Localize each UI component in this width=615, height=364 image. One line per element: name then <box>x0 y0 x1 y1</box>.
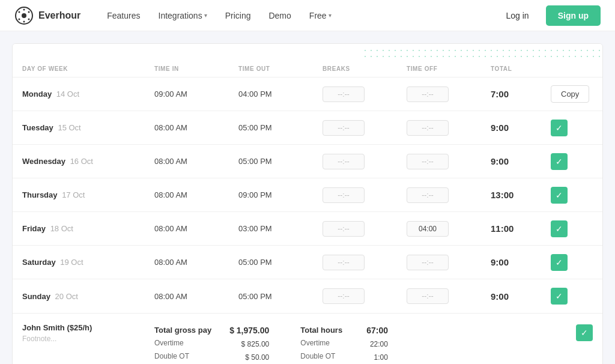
summary-check-button[interactable]: ✓ <box>576 324 593 341</box>
breaks-value[interactable]: --:-- <box>323 221 407 237</box>
check-button[interactable]: ✓ <box>551 153 568 170</box>
day-name: Friday <box>22 224 46 233</box>
day-label: Wednesday 16 Oct <box>22 157 154 166</box>
summary-check-area: ✓ <box>447 323 593 341</box>
total-value: 9:00 <box>491 156 551 166</box>
day-date: 17 Oct <box>62 190 85 199</box>
total-value: 13:00 <box>491 190 551 200</box>
total-value: 7:00 <box>491 89 551 99</box>
table-row: Saturday 19 Oct 08:00 AM 05:00 PM --:-- … <box>13 246 602 279</box>
time-in-value: 08:00 AM <box>154 258 238 267</box>
hours-values: 67:00 22:00 1:00 4:00 <box>366 323 388 364</box>
hours-labels: Total hours Overtime Double OT Time off <box>300 323 342 364</box>
row-action[interactable]: ✓ <box>551 120 599 136</box>
breaks-value[interactable]: --:-- <box>323 120 407 136</box>
nav-free[interactable]: Free ▾ <box>302 6 339 25</box>
time-out-value: 05:00 PM <box>238 292 323 301</box>
breaks-value[interactable]: --:-- <box>323 288 407 304</box>
day-name: Wednesday <box>22 157 65 166</box>
check-button[interactable]: ✓ <box>551 288 568 305</box>
row-action[interactable]: Copy <box>551 85 599 103</box>
summary-hours-block: Total hours Overtime Double OT Time off … <box>300 323 446 364</box>
time-out-value: 03:00 PM <box>238 224 323 233</box>
day-label: Sunday 20 Oct <box>22 292 154 301</box>
nav-pricing[interactable]: Pricing <box>218 6 258 25</box>
integrations-chevron-icon: ▾ <box>204 12 207 19</box>
time-off-value[interactable]: --:-- <box>407 120 491 136</box>
time-in-value: 09:00 AM <box>154 89 238 99</box>
time-off-value[interactable]: --:-- <box>407 288 491 304</box>
signup-button[interactable]: Sign up <box>546 5 601 26</box>
time-in-value: 08:00 AM <box>154 157 238 166</box>
table-header-row: DAY OF WEEK TIME IN TIME OUT BREAKS TIME… <box>13 61 602 77</box>
nav-features[interactable]: Features <box>100 6 147 25</box>
nav-demo[interactable]: Demo <box>261 6 298 25</box>
nav-integrations[interactable]: Integrations ▾ <box>151 6 214 25</box>
day-name: Sunday <box>22 292 50 301</box>
check-button[interactable]: ✓ <box>551 220 568 237</box>
row-action[interactable]: ✓ <box>551 220 599 237</box>
table-row: Thursday 17 Oct 08:00 AM 09:00 PM --:-- … <box>13 178 602 212</box>
svg-point-5 <box>28 18 30 20</box>
day-date: 15 Oct <box>58 123 80 132</box>
row-action[interactable]: ✓ <box>551 153 599 170</box>
day-name: Saturday <box>22 258 56 267</box>
row-action[interactable]: ✓ <box>551 187 599 204</box>
check-button[interactable]: ✓ <box>551 120 568 136</box>
header-day: DAY OF WEEK <box>22 65 154 72</box>
employee-name: John Smith ($25/h) <box>22 323 154 332</box>
time-off-value[interactable]: --:-- <box>407 255 491 270</box>
brand-name: Everhour <box>38 10 80 21</box>
pay-values: $ 1,975.00 $ 825.00 $ 50.00 <box>229 323 269 364</box>
summary-pay-block: Total gross pay Overtime Double OT $ 1,9… <box>154 323 300 364</box>
total-value: 9:00 <box>491 257 551 267</box>
day-date: 14 Oct <box>56 89 79 99</box>
breaks-value[interactable]: --:-- <box>323 154 407 169</box>
dots-accent <box>13 44 602 61</box>
time-off-value[interactable]: --:-- <box>407 187 491 203</box>
time-off-value[interactable]: --:-- <box>407 86 491 102</box>
time-out-value: 05:00 PM <box>238 258 323 267</box>
svg-point-3 <box>28 11 30 13</box>
timesheet-card: DAY OF WEEK TIME IN TIME OUT BREAKS TIME… <box>12 43 603 364</box>
day-name: Thursday <box>22 190 58 199</box>
footnote-placeholder[interactable]: Footnote... <box>22 335 154 343</box>
breaks-value[interactable]: --:-- <box>323 86 407 102</box>
time-out-value: 09:00 PM <box>238 190 323 199</box>
breaks-value[interactable]: --:-- <box>323 187 407 203</box>
navbar-right: Log in Sign up <box>497 5 601 26</box>
time-off-value[interactable]: --:-- <box>407 154 491 169</box>
time-out-value: 04:00 PM <box>238 89 323 99</box>
total-value: 9:00 <box>491 291 551 302</box>
check-button[interactable]: ✓ <box>551 254 568 271</box>
svg-point-6 <box>23 8 25 10</box>
table-row: Wednesday 16 Oct 08:00 AM 05:00 PM --:--… <box>13 145 602 178</box>
time-in-value: 08:00 AM <box>154 292 238 301</box>
row-action[interactable]: ✓ <box>551 288 599 305</box>
day-label: Friday 18 Oct <box>22 224 154 233</box>
day-label: Tuesday 15 Oct <box>22 123 154 132</box>
day-date: 20 Oct <box>55 292 78 301</box>
table-rows-container: Monday 14 Oct 09:00 AM 04:00 PM --:-- --… <box>13 77 602 313</box>
check-button[interactable]: ✓ <box>551 187 568 204</box>
total-value: 11:00 <box>491 223 551 234</box>
main-content: DAY OF WEEK TIME IN TIME OUT BREAKS TIME… <box>0 31 615 364</box>
day-name: Monday <box>22 89 52 99</box>
header-breaks: BREAKS <box>323 65 407 72</box>
day-label: Saturday 19 Oct <box>22 258 154 267</box>
login-button[interactable]: Log in <box>497 6 539 25</box>
summary-row: John Smith ($25/h) Footnote... Total gro… <box>13 313 602 364</box>
svg-point-2 <box>19 11 20 13</box>
svg-point-4 <box>19 18 20 20</box>
row-action[interactable]: ✓ <box>551 254 599 271</box>
header-action <box>551 65 599 72</box>
time-off-value[interactable]: 04:00 <box>407 221 491 237</box>
breaks-value[interactable]: --:-- <box>323 255 407 270</box>
header-total: TOTAL <box>491 65 551 72</box>
copy-button[interactable]: Copy <box>551 85 589 103</box>
brand-logo[interactable]: Everhour <box>14 6 80 25</box>
total-value: 9:00 <box>491 123 551 133</box>
time-out-value: 05:00 PM <box>238 157 323 166</box>
table-row: Friday 18 Oct 08:00 AM 03:00 PM --:-- 04… <box>13 212 602 246</box>
svg-point-1 <box>22 13 26 18</box>
